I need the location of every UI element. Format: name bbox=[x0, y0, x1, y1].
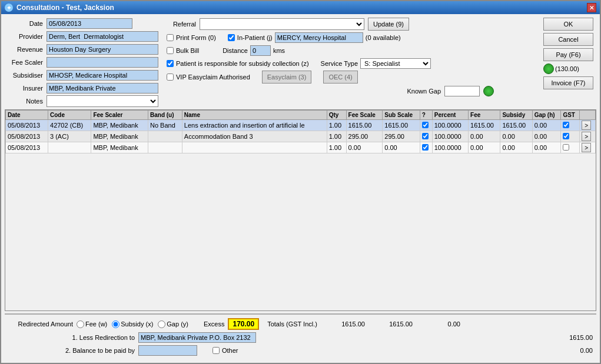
redirection-field[interactable] bbox=[138, 332, 256, 343]
col-code: Code bbox=[48, 111, 91, 120]
date-field[interactable] bbox=[47, 18, 132, 29]
notes-dropdown[interactable] bbox=[47, 95, 158, 107]
cell-nav[interactable]: > bbox=[580, 142, 596, 153]
total-2: 1615.00 bbox=[380, 320, 413, 328]
known-gap-field[interactable] bbox=[444, 86, 480, 96]
invoice-button[interactable]: Invoice (F7) bbox=[543, 76, 593, 89]
bulk-bill-checkbox[interactable] bbox=[167, 47, 174, 54]
vip-easyclaim-checkbox[interactable] bbox=[167, 74, 174, 81]
cell-nav[interactable]: > bbox=[580, 120, 596, 131]
fee-scaler-field[interactable] bbox=[47, 57, 158, 68]
known-gap-label: Known Gap bbox=[407, 88, 441, 95]
print-form-checkbox[interactable] bbox=[167, 34, 174, 41]
fee-radio[interactable] bbox=[77, 320, 84, 328]
col-fee: Fee bbox=[469, 111, 500, 120]
cell-sub-scale: 1615.00 bbox=[383, 120, 420, 131]
fee-radio-label[interactable]: Fee (w) bbox=[77, 320, 107, 328]
known-gap-green-button[interactable] bbox=[483, 86, 494, 96]
cell-date: 05/08/2013 bbox=[6, 120, 48, 131]
oec-button[interactable]: OEC (4) bbox=[323, 71, 357, 84]
bottom-area: Redirected Amount Fee (w) Subsidy (x) Ga… bbox=[5, 313, 596, 359]
gap-radio-label[interactable]: Gap (y) bbox=[158, 320, 188, 328]
cell-gst bbox=[561, 120, 580, 131]
balance-field[interactable] bbox=[138, 345, 197, 356]
row-nav-button[interactable]: > bbox=[582, 143, 591, 152]
cell-code bbox=[48, 142, 91, 153]
notes-label: Notes bbox=[5, 98, 43, 105]
items-table-container: Date Code Fee Scaler Band (u) Name Qty F… bbox=[5, 109, 596, 311]
revenue-field[interactable] bbox=[47, 44, 158, 55]
col-fee-scaler: Fee Scaler bbox=[91, 111, 148, 120]
distance-field[interactable] bbox=[250, 45, 271, 56]
patient-responsible-checkbox[interactable] bbox=[167, 60, 174, 67]
cell-nav[interactable]: > bbox=[580, 131, 596, 142]
date-label: Date bbox=[5, 20, 43, 27]
col-qty: Qty bbox=[327, 111, 346, 120]
patient-responsible-row: Patient is responsible for subsidy colle… bbox=[167, 60, 309, 67]
cell-gap: 0.00 bbox=[532, 142, 561, 153]
main-window: ✦ Consultation - Test, Jacksion ✕ Date P… bbox=[0, 0, 601, 364]
cell-percent: 100.0000 bbox=[432, 120, 468, 131]
gap-radio-text: Gap (y) bbox=[167, 320, 188, 328]
cell-check[interactable] bbox=[420, 142, 432, 153]
excess-label: Excess bbox=[204, 320, 224, 328]
inpatient-checkbox[interactable] bbox=[228, 34, 235, 41]
pay-amount: (130.00) bbox=[555, 65, 579, 72]
cell-fee-scaler: MBP, Medibank bbox=[91, 142, 148, 153]
cell-fee-scale: 295.00 bbox=[346, 131, 383, 142]
col-action bbox=[580, 111, 596, 120]
cell-check[interactable] bbox=[420, 131, 432, 142]
insurer-field[interactable] bbox=[47, 83, 158, 93]
gap-radio[interactable] bbox=[158, 320, 165, 328]
cell-percent: 100.0000 bbox=[432, 131, 468, 142]
subsidy-radio[interactable] bbox=[112, 320, 119, 328]
totals-label: Totals (GST Incl.) bbox=[267, 320, 317, 328]
service-type-dropdown[interactable]: S: Specialist bbox=[360, 58, 431, 69]
col-percent: Percent bbox=[432, 111, 468, 120]
cell-date: 05/08/2013 bbox=[6, 142, 48, 153]
cell-fee-scaler: MBP, Medibank bbox=[91, 131, 148, 142]
row-nav-button[interactable]: > bbox=[582, 121, 591, 130]
referral-dropdown[interactable] bbox=[200, 18, 364, 30]
balance-label: 2. Balance to be paid by bbox=[55, 347, 135, 354]
cell-gst bbox=[561, 131, 580, 142]
inpatient-field[interactable] bbox=[275, 32, 363, 43]
cell-gap: 0.00 bbox=[532, 120, 561, 131]
provider-field[interactable] bbox=[47, 31, 158, 42]
row-nav-button[interactable]: > bbox=[582, 132, 591, 141]
col-gst: GST bbox=[561, 111, 580, 120]
col-subsidy: Subsidy bbox=[500, 111, 532, 120]
cell-fee-scale: 0.00 bbox=[346, 142, 383, 153]
fee-scaler-label: Fee Scaler bbox=[5, 59, 43, 66]
subsidy-radio-text: Subsidy (x) bbox=[121, 320, 153, 328]
other-checkbox[interactable] bbox=[212, 347, 220, 354]
cell-check[interactable] bbox=[420, 120, 432, 131]
cancel-button[interactable]: Cancel bbox=[543, 33, 593, 46]
inpatient-row: In-Patient (j) (0 available) bbox=[228, 32, 401, 43]
ok-button[interactable]: OK bbox=[543, 18, 593, 31]
table-row: 05/08/2013 3 (AC) MBP, Medibank Accommod… bbox=[6, 131, 596, 142]
mid-form: Referral Update (9) Print Form (0) In-Pa… bbox=[161, 18, 541, 107]
close-button[interactable]: ✕ bbox=[587, 3, 596, 12]
insurer-label: Insurer bbox=[5, 85, 43, 92]
available-label: (0 available) bbox=[366, 34, 401, 41]
cell-band: No Band bbox=[148, 120, 182, 131]
cell-band bbox=[148, 131, 182, 142]
update-button[interactable]: Update (9) bbox=[368, 18, 409, 31]
cell-date: 05/08/2013 bbox=[6, 131, 48, 142]
distance-label: Distance bbox=[223, 47, 248, 54]
easyclaim-button[interactable]: Easyclaim (3) bbox=[262, 71, 312, 84]
cell-fee-scaler: MBP, Medibank bbox=[91, 120, 148, 131]
subsidiser-field[interactable] bbox=[47, 70, 158, 81]
cell-fee: 0.00 bbox=[469, 131, 500, 142]
cell-qty: 1.00 bbox=[327, 120, 346, 131]
col-name: Name bbox=[182, 111, 327, 120]
print-form-row: Print Form (0) bbox=[167, 34, 216, 41]
col-gap: Gap (h) bbox=[532, 111, 561, 120]
pay-button[interactable]: Pay (F6) bbox=[543, 48, 593, 61]
cell-name: Accommodation Band 3 bbox=[182, 131, 327, 142]
cell-name: Lens extraction and insertion of artific… bbox=[182, 120, 327, 131]
subsidy-radio-label[interactable]: Subsidy (x) bbox=[112, 320, 153, 328]
known-gap-row: Known Gap bbox=[167, 86, 541, 96]
total-3: 0.00 bbox=[428, 320, 460, 328]
